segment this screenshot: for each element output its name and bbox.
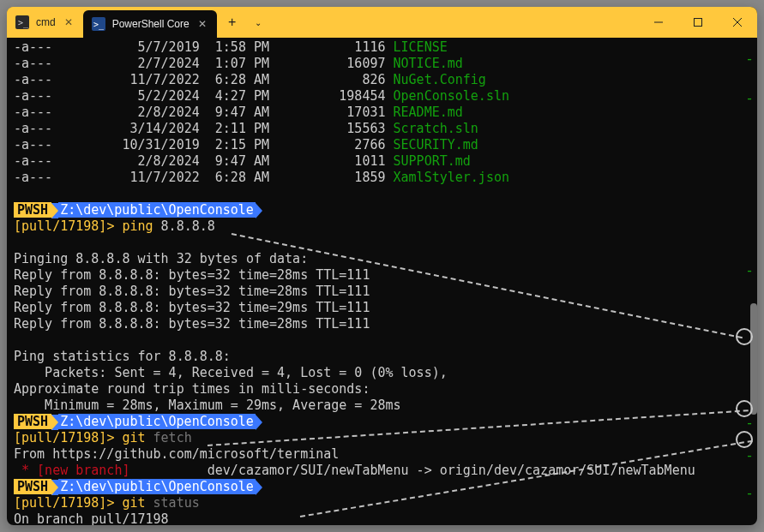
prompt-arrow: > [106, 218, 114, 234]
tab-cmd-label: cmd [36, 16, 56, 28]
path-segment: Z:\dev\public\OpenConsole [58, 202, 256, 218]
status-output: On branch pull/17198 [14, 511, 169, 525]
path-segment: Z:\dev\public\OpenConsole [58, 414, 256, 429]
prompt-arrow: > [106, 495, 114, 511]
tab-powershell[interactable]: >_ PowerShell Core ✕ [83, 10, 217, 38]
maximize-button[interactable] [678, 7, 718, 38]
titlebar: >_ cmd ✕ >_ PowerShell Core ✕ + ⌄ [7, 7, 757, 38]
command: ping [122, 218, 153, 234]
command-arg: 8.8.8.8 [161, 218, 215, 234]
cmd-icon: >_ [15, 15, 29, 29]
ping-output: Approximate round trip times in milli-se… [14, 381, 370, 397]
svg-text:>_: >_ [93, 20, 105, 30]
terminal-viewport[interactable]: -a--- 5/7/2019 1:58 PM 1116 LICENSE -a--… [7, 38, 757, 525]
prompt-arrow: > [106, 430, 114, 445]
close-button[interactable] [718, 7, 757, 38]
tab-dropdown-button[interactable]: ⌄ [248, 7, 268, 38]
prompt-line-2: [pull/17198]> ping 8.8.8.8 [14, 218, 215, 234]
window-controls [639, 7, 757, 38]
scrollbar[interactable] [749, 38, 757, 525]
prompt-line: PWSHZ:\dev\public\OpenConsole [14, 414, 262, 429]
prompt-line: PWSHZ:\dev\public\OpenConsole [14, 202, 262, 218]
annotation-circle [736, 400, 753, 417]
powershell-icon: >_ [92, 17, 105, 31]
close-icon[interactable]: ✕ [196, 18, 208, 30]
arrow-decoration [51, 480, 58, 495]
arrow-decoration [256, 480, 262, 495]
shell-tag: PWSH [14, 479, 51, 494]
tab-cmd[interactable]: >_ cmd ✕ [7, 7, 83, 38]
command: git [122, 430, 145, 445]
command-arg: fetch [153, 430, 192, 445]
new-tab-button[interactable]: + [217, 7, 248, 38]
arrow-decoration [256, 415, 262, 430]
prompt-line-2: [pull/17198]> git status [14, 495, 200, 511]
annotation-circle [736, 328, 753, 345]
branch-tag: [pull/17198] [14, 495, 106, 511]
ping-output: Reply from 8.8.8.8: bytes=32 time=29ms T… [14, 300, 370, 315]
branch-tag: [pull/17198] [14, 430, 106, 445]
command: git [122, 495, 145, 511]
fetch-output: From https://github.com/microsoft/termin… [14, 446, 339, 462]
svg-text:>_: >_ [18, 18, 29, 28]
ping-output: Reply from 8.8.8.8: bytes=32 time=28ms T… [14, 267, 370, 283]
branch-tag: [pull/17198] [14, 218, 106, 234]
svg-rect-5 [695, 19, 702, 27]
command-arg: status [153, 495, 200, 511]
annotation-circle [736, 431, 753, 448]
fetch-output: * [new branch] dev/cazamor/SUI/newTabMen… [14, 463, 695, 478]
terminal-window: >_ cmd ✕ >_ PowerShell Core ✕ + ⌄ -a--- … [7, 7, 757, 525]
minimize-button[interactable] [639, 7, 678, 38]
tab-ps-label: PowerShell Core [112, 18, 189, 30]
file-row: -a--- 5/7/2019 1:58 PM 1116 LICENSE -a--… [14, 39, 509, 185]
ping-output: Pinging 8.8.8.8 with 32 bytes of data: [14, 251, 308, 266]
ping-output: Minimum = 28ms, Maximum = 29ms, Average … [14, 398, 401, 413]
ping-output: Reply from 8.8.8.8: bytes=32 time=28ms T… [14, 316, 370, 332]
shell-tag: PWSH [14, 414, 51, 429]
arrow-decoration [51, 203, 58, 218]
ping-output: Packets: Sent = 4, Received = 4, Lost = … [14, 365, 448, 380]
prompt-line-2: [pull/17198]> git fetch [14, 430, 192, 445]
arrow-decoration [51, 415, 58, 430]
arrow-decoration [256, 203, 262, 218]
ping-output: Reply from 8.8.8.8: bytes=32 time=28ms T… [14, 284, 370, 299]
path-segment: Z:\dev\public\OpenConsole [58, 479, 256, 494]
scrollbar-thumb[interactable] [750, 303, 757, 415]
prompt-line: PWSHZ:\dev\public\OpenConsole [14, 479, 262, 494]
shell-tag: PWSH [14, 202, 51, 218]
tab-strip: >_ cmd ✕ >_ PowerShell Core ✕ + ⌄ [7, 7, 639, 38]
ping-output: Ping statistics for 8.8.8.8: [14, 349, 231, 364]
close-icon[interactable]: ✕ [63, 16, 75, 28]
